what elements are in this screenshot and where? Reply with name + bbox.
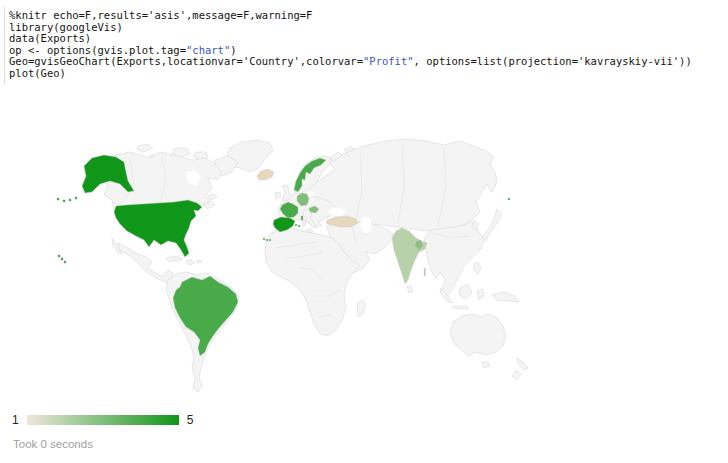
notebook-page: %knitr echo=F,results='asis',message=F,w… — [0, 0, 728, 463]
black-sea — [329, 208, 345, 217]
country-brazil[interactable] — [173, 276, 238, 356]
balearic-dot — [298, 225, 300, 227]
country-iceland[interactable] — [257, 169, 274, 180]
code-line: library(googleVis) — [9, 22, 726, 34]
corsica-dot — [301, 216, 303, 220]
canary-dot — [263, 238, 265, 240]
patch-pacific-islet[interactable] — [508, 198, 510, 200]
region-ireland — [275, 192, 281, 199]
region-new-zealand — [517, 358, 528, 370]
region-east-asia — [424, 222, 484, 299]
region-australia — [450, 314, 506, 356]
andaman-dash — [424, 268, 426, 276]
code-chunk: %knitr echo=F,results='asis',message=F,w… — [4, 7, 726, 84]
code-line: Geo=gvisGeoChart(Exports,locationvar='Co… — [9, 56, 726, 68]
region-uk — [282, 185, 291, 201]
balearic-dot — [295, 224, 297, 226]
country-india[interactable] — [392, 228, 427, 284]
canary-dot — [266, 239, 268, 241]
hawaii-dot — [61, 258, 63, 260]
region-madagascar — [357, 300, 366, 317]
legend-max-label: 5 — [187, 413, 194, 427]
code-line: plot(Geo) — [9, 68, 726, 80]
canary-dot — [269, 239, 271, 241]
caspian-sea — [361, 217, 372, 233]
legend-min-label: 1 — [12, 413, 19, 427]
chunk-timing-text: Took 0 seconds — [13, 438, 93, 450]
hawaii-dot — [58, 255, 60, 257]
hawaii-dot — [64, 261, 66, 263]
legend-gradient-bar[interactable] — [27, 415, 179, 425]
dataless-regions — [96, 139, 528, 392]
region-japan — [482, 209, 502, 241]
color-legend: 1 5 — [12, 413, 193, 427]
